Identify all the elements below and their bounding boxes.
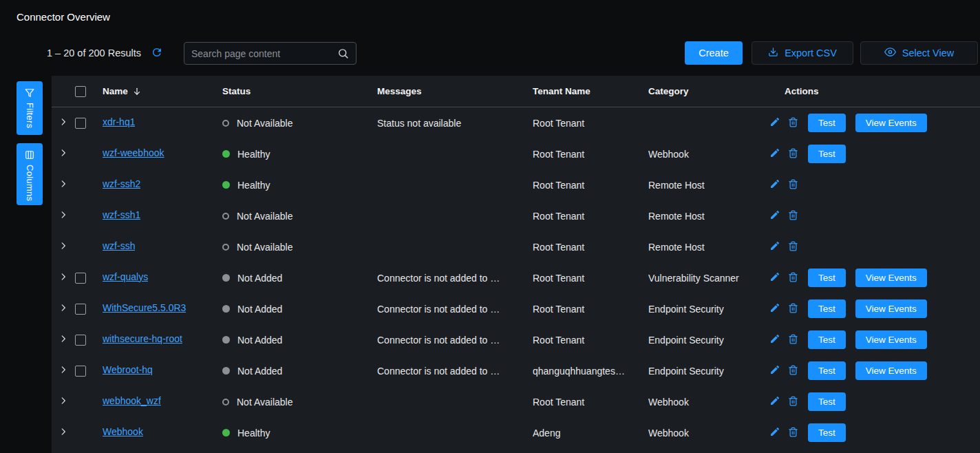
connector-name-link[interactable]: withsecure-hq-root xyxy=(103,333,182,344)
create-button[interactable]: Create xyxy=(685,41,743,65)
column-header-name[interactable]: Name xyxy=(103,86,222,96)
select-view-button[interactable]: Select View xyxy=(860,41,978,65)
view-events-button[interactable]: View Events xyxy=(855,299,927,318)
expand-row-button[interactable] xyxy=(58,334,75,346)
connector-name-link[interactable]: wzf-ssh xyxy=(103,240,135,251)
table-row: Webhook Healthy Adeng Webhook Test xyxy=(52,417,980,448)
test-button[interactable]: Test xyxy=(808,268,846,287)
delete-button[interactable] xyxy=(788,396,798,408)
expand-row-button[interactable] xyxy=(58,148,75,160)
columns-tab-label: Columns xyxy=(25,165,35,201)
expand-row-button[interactable] xyxy=(58,303,75,315)
edit-button[interactable] xyxy=(769,240,780,253)
edit-button[interactable] xyxy=(769,178,780,191)
test-button[interactable]: Test xyxy=(808,145,846,163)
connector-name-link[interactable]: wzf-qualys xyxy=(103,271,148,282)
row-actions: Test View Events xyxy=(769,299,980,318)
connector-name-link[interactable]: wzf-ssh1 xyxy=(103,209,140,220)
delete-button[interactable] xyxy=(788,117,798,129)
status-cell: Not Added xyxy=(222,273,377,284)
table-row: wzf-qualys Not Added Connector is not ad… xyxy=(52,262,980,293)
status-indicator-icon xyxy=(222,274,230,282)
column-header-category[interactable]: Category xyxy=(648,86,769,96)
expand-row-button[interactable] xyxy=(58,241,75,253)
edit-button[interactable] xyxy=(769,271,780,284)
test-button[interactable]: Test xyxy=(808,299,846,318)
delete-button[interactable] xyxy=(788,179,798,191)
expand-row-button[interactable] xyxy=(58,117,75,129)
expand-row-button[interactable] xyxy=(58,427,75,439)
delete-button[interactable] xyxy=(788,365,798,377)
test-button[interactable]: Test xyxy=(808,423,846,442)
delete-button[interactable] xyxy=(788,272,798,284)
columns-tab[interactable]: Columns xyxy=(17,143,43,205)
connector-name-link[interactable]: webhook_wzf xyxy=(103,395,161,406)
column-header-status[interactable]: Status xyxy=(222,86,377,96)
connector-name-link[interactable]: wzf-ssh2 xyxy=(103,178,140,189)
delete-button[interactable] xyxy=(788,241,798,253)
connector-name-link[interactable]: WithSecure5.5.0R3 xyxy=(103,302,186,313)
trash-icon xyxy=(788,427,798,439)
table-row: Webroot-hq Not Added Connector is not ad… xyxy=(52,355,980,386)
connector-name-link[interactable]: wzf-weebhook xyxy=(103,147,164,158)
filters-tab[interactable]: Filters xyxy=(17,81,43,135)
edit-button[interactable] xyxy=(769,395,780,408)
table-body: xdr-hq1 Not Available Status not availab… xyxy=(52,107,980,448)
row-checkbox[interactable] xyxy=(75,304,86,315)
row-actions: Test View Events xyxy=(769,361,980,380)
results-bar: 1 – 20 of 200 Results xyxy=(47,41,163,65)
edit-button[interactable] xyxy=(769,426,780,439)
column-header-messages[interactable]: Messages xyxy=(377,86,533,96)
row-actions: Test View Events xyxy=(769,268,980,287)
pencil-icon xyxy=(769,395,780,408)
edit-button[interactable] xyxy=(769,333,780,346)
delete-button[interactable] xyxy=(788,303,798,315)
column-header-tenant[interactable]: Tenant Name xyxy=(533,86,648,96)
delete-button[interactable] xyxy=(788,210,798,222)
expand-row-button[interactable] xyxy=(58,179,75,191)
row-checkbox[interactable] xyxy=(75,118,86,129)
expand-row-button[interactable] xyxy=(58,396,75,408)
expand-row-button[interactable] xyxy=(58,365,75,377)
status-indicator-icon xyxy=(222,213,229,220)
edit-button[interactable] xyxy=(769,302,780,315)
row-checkbox[interactable] xyxy=(75,366,86,377)
eye-icon xyxy=(884,46,896,60)
edit-button[interactable] xyxy=(769,209,780,222)
view-events-button[interactable]: View Events xyxy=(855,330,927,349)
connector-name-link[interactable]: Webroot-hq xyxy=(103,364,153,375)
status-text: Healthy xyxy=(237,149,277,160)
edit-button[interactable] xyxy=(769,116,780,129)
chevron-right-icon xyxy=(58,241,68,253)
test-button[interactable]: Test xyxy=(808,330,846,349)
edit-button[interactable] xyxy=(769,364,780,377)
expand-row-button[interactable] xyxy=(58,210,75,222)
delete-button[interactable] xyxy=(788,334,798,346)
refresh-button[interactable] xyxy=(151,46,163,61)
delete-button[interactable] xyxy=(788,148,798,160)
trash-icon xyxy=(788,179,798,191)
status-indicator-icon xyxy=(222,181,230,189)
status-cell: Healthy xyxy=(222,149,377,160)
search-input[interactable] xyxy=(191,48,337,59)
test-button[interactable]: Test xyxy=(808,392,846,411)
row-checkbox[interactable] xyxy=(75,335,86,346)
view-events-button[interactable]: View Events xyxy=(855,268,927,287)
export-csv-button[interactable]: Export CSV xyxy=(752,41,853,65)
tenant-name: Root Tenant xyxy=(533,304,648,315)
connector-name-link[interactable]: xdr-hq1 xyxy=(103,116,135,127)
expand-row-button[interactable] xyxy=(58,272,75,284)
view-events-button[interactable]: View Events xyxy=(855,361,927,380)
test-button[interactable]: Test xyxy=(808,114,846,132)
view-events-button[interactable]: View Events xyxy=(855,114,927,132)
test-button[interactable]: Test xyxy=(808,361,846,380)
select-all-checkbox[interactable] xyxy=(75,86,86,97)
edit-button[interactable] xyxy=(769,147,780,160)
delete-button[interactable] xyxy=(788,427,798,439)
status-cell: Not Added xyxy=(222,366,377,377)
status-cell: Not Available xyxy=(222,397,377,408)
row-checkbox[interactable] xyxy=(75,273,86,284)
trash-icon xyxy=(788,210,798,222)
connector-name-link[interactable]: Webhook xyxy=(103,426,143,437)
category-text: Webhook xyxy=(648,397,769,408)
